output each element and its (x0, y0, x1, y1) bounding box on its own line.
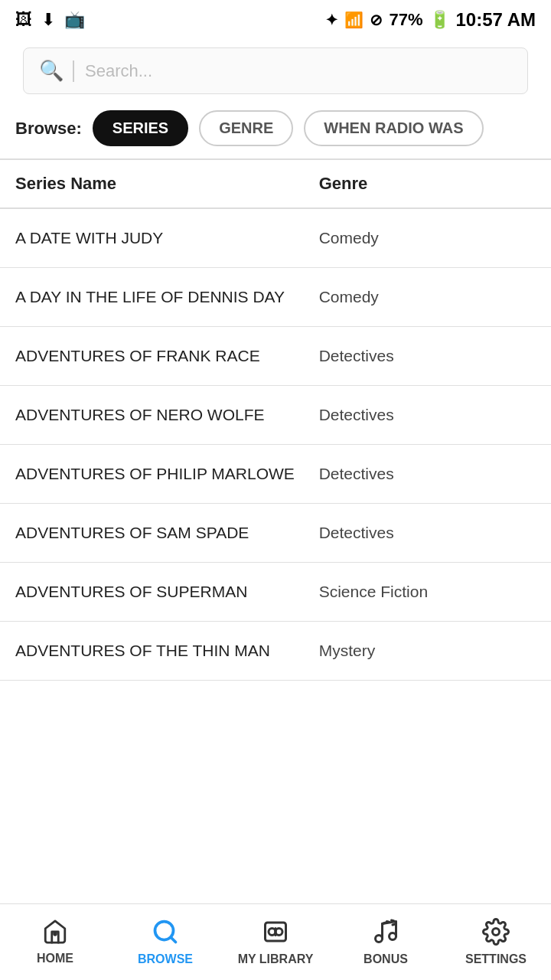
series-name-cell: ADVENTURES OF SUPERMAN (15, 583, 319, 601)
nav-library[interactable]: MY LIBRARY (220, 904, 331, 980)
nav-home-label: HOME (37, 952, 73, 965)
bonus-icon (372, 918, 399, 949)
svg-point-0 (53, 932, 57, 936)
search-divider (73, 60, 74, 82)
nav-settings-label: SETTINGS (465, 952, 527, 966)
genre-cell: Detectives (319, 347, 536, 365)
series-name-cell: ADVENTURES OF PHILIP MARLOWE (15, 465, 319, 483)
series-name-cell: ADVENTURES OF FRANK RACE (15, 347, 319, 365)
series-name-cell: A DAY IN THE LIFE OF DENNIS DAY (15, 288, 319, 306)
download-icon: ⬇ (41, 10, 55, 30)
nav-browse-label: BROWSE (138, 952, 193, 966)
nav-browse[interactable]: BROWSE (110, 904, 220, 980)
genre-cell: Science Fiction (319, 583, 536, 601)
battery-text: 77% (389, 10, 422, 30)
nav-home[interactable]: HOME (0, 904, 110, 980)
header-genre: Genre (319, 174, 536, 194)
genre-cell: Detectives (319, 524, 536, 542)
genre-cell: Mystery (319, 642, 536, 660)
svg-point-8 (493, 929, 500, 936)
svg-line-2 (171, 937, 176, 942)
series-name-cell: ADVENTURES OF NERO WOLFE (15, 406, 319, 424)
browse-label: Browse: (15, 119, 82, 139)
nav-library-label: MY LIBRARY (238, 952, 314, 966)
table-row[interactable]: ADVENTURES OF THE THIN MAN Mystery (0, 622, 551, 681)
bottom-nav: HOME BROWSE MY LIBRARY (0, 903, 551, 980)
genre-cell: Detectives (319, 406, 536, 424)
series-table: Series Name Genre A DATE WITH JUDY Comed… (0, 158, 551, 681)
table-row[interactable]: A DATE WITH JUDY Comedy (0, 209, 551, 268)
table-row[interactable]: A DAY IN THE LIFE OF DENNIS DAY Comedy (0, 268, 551, 327)
library-icon (262, 918, 289, 949)
search-icon: 🔍 (39, 59, 64, 83)
series-name-cell: ADVENTURES OF THE THIN MAN (15, 642, 319, 660)
table-header: Series Name Genre (0, 160, 551, 209)
search-container: 🔍 Search... (0, 40, 551, 106)
battery-icon: 🔋 (429, 10, 450, 30)
svg-point-7 (390, 933, 396, 940)
search-input[interactable]: Search... (85, 61, 152, 81)
header-series-name: Series Name (15, 174, 319, 194)
tab-when-radio[interactable]: WHEN RADIO WAS (304, 110, 483, 146)
table-row[interactable]: ADVENTURES OF SAM SPADE Detectives (0, 504, 551, 563)
dnd-icon: ⊘ (370, 11, 383, 29)
wifi-icon: 📶 (344, 11, 364, 29)
nav-bonus[interactable]: BONUS (331, 904, 441, 980)
status-left-icons: 🖼 ⬇ 📺 (15, 10, 85, 30)
series-name-cell: ADVENTURES OF SAM SPADE (15, 524, 319, 542)
image-icon: 🖼 (15, 10, 32, 30)
media-icon: 📺 (64, 10, 85, 30)
home-icon (42, 919, 68, 949)
bluetooth-icon: ✦ (325, 11, 338, 29)
table-rows: A DATE WITH JUDY Comedy A DAY IN THE LIF… (0, 209, 551, 681)
nav-settings[interactable]: SETTINGS (441, 904, 551, 980)
genre-cell: Comedy (319, 288, 536, 306)
nav-bonus-label: BONUS (364, 952, 408, 966)
table-row[interactable]: ADVENTURES OF PHILIP MARLOWE Detectives (0, 445, 551, 504)
series-name-cell: A DATE WITH JUDY (15, 229, 319, 247)
status-right-icons: ✦ 📶 ⊘ 77% 🔋 10:57 AM (325, 9, 536, 31)
search-box[interactable]: 🔍 Search... (23, 47, 528, 94)
genre-cell: Detectives (319, 465, 536, 483)
settings-icon (482, 918, 510, 949)
genre-cell: Comedy (319, 229, 536, 247)
time-display: 10:57 AM (456, 9, 536, 31)
table-row[interactable]: ADVENTURES OF FRANK RACE Detectives (0, 327, 551, 386)
status-bar: 🖼 ⬇ 📺 ✦ 📶 ⊘ 77% 🔋 10:57 AM (0, 0, 551, 40)
browse-bar: Browse: SERIES GENRE WHEN RADIO WAS (0, 106, 551, 158)
tab-genre[interactable]: GENRE (199, 110, 293, 146)
table-row[interactable]: ADVENTURES OF NERO WOLFE Detectives (0, 386, 551, 445)
tab-series[interactable]: SERIES (93, 110, 188, 146)
browse-icon (152, 918, 179, 949)
table-row[interactable]: ADVENTURES OF SUPERMAN Science Fiction (0, 563, 551, 622)
svg-point-6 (376, 936, 383, 942)
